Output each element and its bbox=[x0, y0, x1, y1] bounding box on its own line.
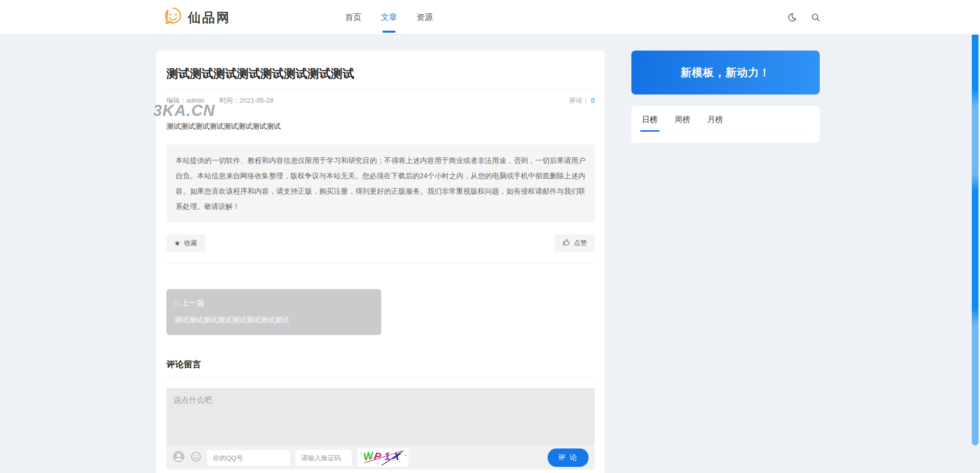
captcha-input[interactable] bbox=[296, 450, 352, 466]
previous-article-label: □ 上一篇 bbox=[175, 298, 373, 308]
comment-toolbar: W P 1 X 评 论 bbox=[166, 446, 595, 469]
submit-comment-button[interactable]: 评 论 bbox=[548, 448, 589, 467]
placeholder-box-icon: □ bbox=[175, 298, 179, 307]
site-name: 仙品网 bbox=[188, 9, 231, 26]
article-actions: ★ 收藏 点赞 bbox=[166, 234, 595, 252]
time-label: 时间：2021-05-28 bbox=[219, 97, 274, 104]
search-icon[interactable] bbox=[811, 12, 821, 22]
sidebar-promo-banner[interactable]: 新模板，新动力！ bbox=[631, 51, 820, 94]
emoji-picker-icon[interactable] bbox=[190, 451, 202, 464]
star-icon: ★ bbox=[174, 240, 181, 247]
banner-text: 新模板，新动力！ bbox=[681, 65, 771, 80]
avatar bbox=[173, 451, 185, 465]
captcha-letter: 1 bbox=[384, 451, 390, 463]
disclaimer-box: 本站提供的一切软件、教程和内容信息仅限用于学习和研究目的；不得将上述内容用于商业… bbox=[166, 145, 595, 222]
smiley-bubble-logo-icon bbox=[162, 6, 184, 29]
prev-label-text: 上一篇 bbox=[181, 298, 204, 307]
divider bbox=[166, 263, 595, 264]
article-meta-comments: 评论： 0 bbox=[569, 96, 595, 105]
nav-item-home[interactable]: 首页 bbox=[345, 0, 361, 35]
like-button[interactable]: 点赞 bbox=[555, 234, 595, 252]
captcha-image[interactable]: W P 1 X bbox=[357, 448, 408, 467]
article-meta: 编辑：admin 时间：2021-05-28 评论： 0 bbox=[166, 89, 595, 112]
site-logo[interactable]: 仙品网 bbox=[162, 0, 231, 35]
dark-mode-moon-icon[interactable] bbox=[787, 12, 797, 22]
page: 仙品网 首页 文章 资源 bbox=[0, 0, 980, 473]
top-navbar: 仙品网 首页 文章 资源 bbox=[0, 0, 980, 35]
comments-label: 评论： bbox=[569, 97, 589, 104]
article-card: 3KA.CN 测试测试测试测试测试测试测试测试 编辑：admin 时间：2021… bbox=[156, 51, 605, 473]
like-label: 点赞 bbox=[574, 239, 587, 248]
nav-label: 首页 bbox=[345, 13, 361, 21]
captcha-letter: W bbox=[362, 450, 374, 463]
page-scrollbar[interactable] bbox=[972, 0, 978, 445]
ranking-card: 日榜 周榜 月榜 bbox=[631, 106, 820, 143]
editor-label: 编辑：admin bbox=[166, 97, 204, 104]
header-icons bbox=[787, 0, 821, 35]
article-meta-left: 编辑：admin 时间：2021-05-28 bbox=[166, 96, 287, 105]
comments-heading: 评论留言 bbox=[166, 359, 595, 378]
article-body: 测试测试测试测试测试测试测试测试 bbox=[166, 122, 595, 131]
favorite-label: 收藏 bbox=[184, 239, 198, 248]
main-nav: 首页 文章 资源 bbox=[345, 0, 433, 35]
previous-article-title: 测试测试测试测试测试测试测试测试 bbox=[175, 316, 373, 325]
active-nav-underline bbox=[382, 31, 396, 33]
favorite-button[interactable]: ★ 收藏 bbox=[166, 234, 205, 252]
previous-article-card[interactable]: □ 上一篇 测试测试测试测试测试测试测试测试 bbox=[166, 289, 381, 335]
nav-item-resources[interactable]: 资源 bbox=[416, 0, 433, 35]
comments-count: 0 bbox=[591, 97, 595, 104]
tab-monthly-rank[interactable]: 月榜 bbox=[707, 115, 723, 131]
qq-number-input[interactable] bbox=[207, 450, 290, 466]
comment-textarea[interactable] bbox=[166, 388, 595, 446]
nav-label: 文章 bbox=[381, 13, 397, 21]
tab-daily-rank[interactable]: 日榜 bbox=[642, 115, 657, 131]
nav-label: 资源 bbox=[416, 13, 433, 21]
article-title: 测试测试测试测试测试测试测试测试 bbox=[166, 51, 595, 82]
tab-weekly-rank[interactable]: 周榜 bbox=[675, 115, 690, 131]
thumbs-up-icon bbox=[562, 239, 570, 248]
comment-form: W P 1 X 评 论 bbox=[166, 388, 595, 469]
nav-item-articles[interactable]: 文章 bbox=[381, 0, 397, 35]
ranking-tabs: 日榜 周榜 月榜 bbox=[642, 115, 809, 132]
